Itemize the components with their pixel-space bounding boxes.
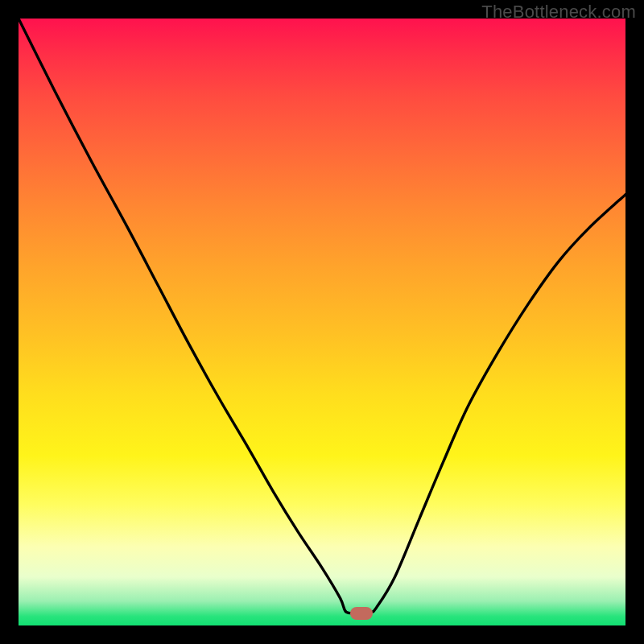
watermark-text: TheBottleneck.com <box>481 2 636 23</box>
plot-area <box>19 19 625 625</box>
bottleneck-curve <box>19 19 625 613</box>
optimal-point-marker <box>350 607 373 620</box>
chart-frame: TheBottleneck.com <box>0 0 644 644</box>
curve-layer <box>19 19 625 625</box>
